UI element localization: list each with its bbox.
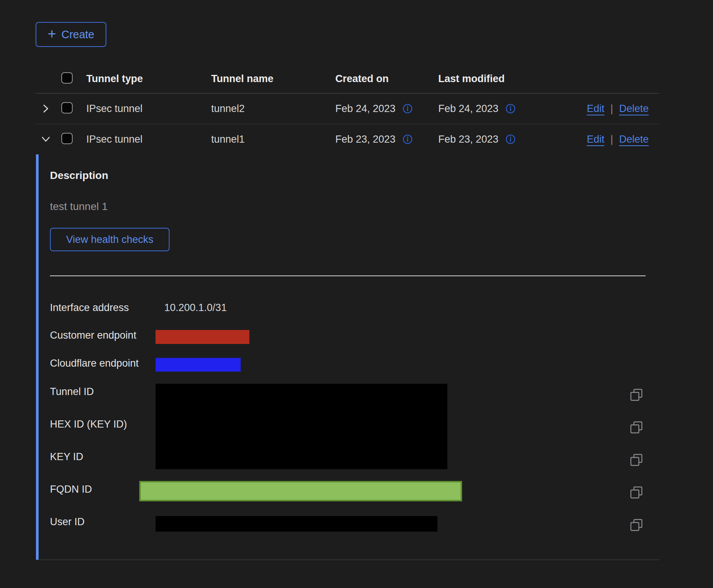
info-icon-glyph [402,134,413,145]
fqdn-id-redacted-value [139,481,462,501]
cell-created-on: Feb 24, 2023 [335,103,395,115]
cell-created-on: Feb 23, 2023 [335,134,395,145]
expanded-accent-bar [36,154,39,560]
table-row: IPsec tunnel tunnel1 Feb 23, 2023 Feb 23… [36,124,659,154]
cloudflare-endpoint-redacted-value [156,358,241,372]
tunnel-id-label: Tunnel ID [50,386,94,398]
cell-last-modified: Feb 24, 2023 [438,103,498,115]
info-icon-glyph [505,134,516,145]
interface-address-label: Interface address [50,302,129,314]
tunnels-page: + Create Tunnel type Tunnel name Created… [0,0,713,588]
delete-link[interactable]: Delete [619,103,649,115]
copy-tunnel-id-button[interactable] [630,388,643,402]
expanded-tunnel-panel: Description test tunnel 1 View health ch… [36,154,659,560]
cell-tunnel-type: IPsec tunnel [86,103,211,115]
customer-endpoint-label: Customer endpoint [50,329,136,342]
plus-icon: + [48,26,56,41]
info-icon[interactable] [505,134,517,145]
info-icon-glyph [402,103,413,114]
actions-separator: | [610,103,613,115]
cell-tunnel-name: tunnel2 [211,103,335,115]
row-checkbox[interactable] [61,133,73,144]
ids-redacted-value [156,384,447,469]
panel-divider [50,275,646,276]
expand-row-button[interactable] [36,99,55,118]
interface-address-value: 10.200.1.0/31 [164,302,227,314]
cell-last-modified: Feb 23, 2023 [438,134,498,145]
collapse-row-button[interactable] [36,130,55,149]
edit-link[interactable]: Edit [587,103,604,115]
delete-link[interactable]: Delete [619,134,649,145]
copy-icon [630,388,643,402]
info-icon[interactable] [505,103,517,114]
header-last-modified: Last modified [438,73,573,85]
header-created-on: Created on [335,73,438,85]
customer-endpoint-redacted-value [156,330,249,344]
table-header-row: Tunnel type Tunnel name Created on Last … [36,64,659,93]
description-value: test tunnel 1 [50,201,108,213]
key-id-label: KEY ID [50,451,83,463]
user-id-redacted-value [156,516,437,532]
create-button[interactable]: + Create [36,22,106,47]
cell-tunnel-type: IPsec tunnel [86,134,211,145]
header-tunnel-type: Tunnel type [86,73,211,85]
chevron-right-icon [40,103,51,114]
description-label: Description [50,170,108,182]
user-id-label: User ID [50,516,85,528]
table-row: IPsec tunnel tunnel2 Feb 24, 2023 Feb 24… [36,93,659,124]
fqdn-id-label: FQDN ID [50,483,92,496]
info-icon[interactable] [402,134,414,145]
hex-id-label: HEX ID (KEY ID) [50,418,127,431]
copy-icon [630,421,643,434]
copy-fqdn-id-button[interactable] [630,486,643,499]
tunnels-table: Tunnel type Tunnel name Created on Last … [36,64,659,560]
copy-hex-id-button[interactable] [630,421,643,434]
create-button-label: Create [61,28,94,41]
copy-user-id-button[interactable] [630,518,643,532]
copy-icon [630,486,643,499]
info-icon-glyph [505,103,516,114]
edit-link[interactable]: Edit [587,134,604,145]
cell-tunnel-name: tunnel1 [211,134,335,145]
cloudflare-endpoint-label: Cloudflare endpoint [50,357,139,370]
row-checkbox[interactable] [61,102,73,114]
view-health-checks-button[interactable]: View health checks [50,228,170,251]
actions-separator: | [610,134,613,145]
copy-icon [630,518,643,532]
copy-icon [630,453,643,467]
select-all-checkbox[interactable] [61,72,73,84]
info-icon[interactable] [402,103,414,114]
header-tunnel-name: Tunnel name [211,73,335,85]
copy-key-id-button[interactable] [630,453,643,467]
chevron-down-icon [40,134,51,145]
